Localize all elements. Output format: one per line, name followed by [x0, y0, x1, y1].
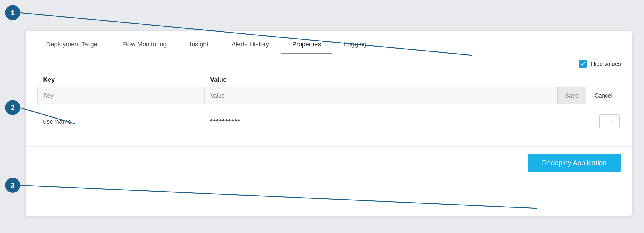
- hide-values-label: Hide values: [591, 61, 621, 67]
- table-headers: Key Value: [37, 73, 621, 87]
- tab-properties[interactable]: Properties: [281, 41, 332, 54]
- value-input[interactable]: [205, 87, 557, 104]
- column-header-key: Key: [43, 76, 210, 83]
- tab-logging[interactable]: Logging: [332, 41, 378, 54]
- hide-values-row: Hide values: [37, 60, 621, 68]
- cancel-button[interactable]: Cancel: [586, 87, 621, 104]
- tab-alerts-history[interactable]: Alerts History: [220, 41, 281, 54]
- more-actions-button[interactable]: ···: [599, 114, 620, 129]
- tab-insight[interactable]: Insight: [178, 41, 220, 54]
- annotation-2: 2: [5, 100, 20, 115]
- redeploy-button[interactable]: Redeploy Application: [528, 154, 621, 172]
- hide-values-checkbox[interactable]: [579, 60, 587, 68]
- tabs-container: Deployment Target Flow Monitoring Insigh…: [26, 31, 632, 54]
- table-row: username ********** ···: [37, 109, 621, 135]
- checkmark-icon: [580, 61, 585, 66]
- row-actions: ···: [598, 114, 621, 129]
- key-input[interactable]: [38, 87, 205, 104]
- tab-deployment-target[interactable]: Deployment Target: [35, 41, 110, 54]
- new-property-input-row: Save Cancel: [37, 87, 621, 104]
- main-card: Deployment Target Flow Monitoring Insigh…: [26, 31, 632, 216]
- footer: Redeploy Application: [26, 146, 632, 179]
- content-area: Hide values Key Value Save Cancel userna…: [26, 54, 632, 144]
- tab-flow-monitoring[interactable]: Flow Monitoring: [110, 41, 178, 54]
- annotation-3: 3: [5, 178, 20, 193]
- annotation-1: 1: [5, 5, 20, 20]
- row-value: **********: [210, 118, 598, 125]
- row-key: username: [43, 118, 210, 125]
- column-header-value: Value: [210, 76, 226, 83]
- save-button[interactable]: Save: [557, 87, 586, 104]
